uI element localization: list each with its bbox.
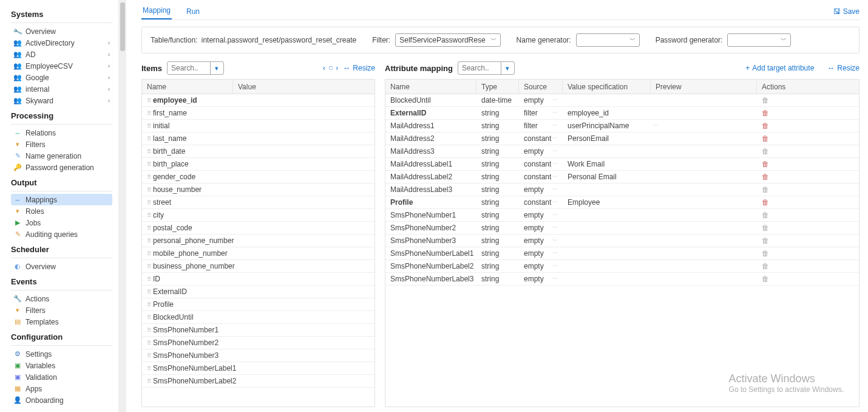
table-row[interactable]: ⠿ BlockedUntil xyxy=(142,311,375,324)
sidebar-item-activedirectory[interactable]: 👥 ActiveDirectory › xyxy=(11,37,112,49)
delete-icon[interactable]: 🗑 xyxy=(762,198,769,207)
attr-source[interactable]: empty﹀ xyxy=(519,94,563,106)
delete-icon[interactable]: 🗑 xyxy=(762,211,769,219)
tab-mapping[interactable]: Mapping xyxy=(141,2,172,19)
attr-source[interactable]: empty﹀ xyxy=(519,273,563,285)
delete-icon[interactable]: 🗑 xyxy=(762,147,769,156)
table-row[interactable]: ⠿ initial xyxy=(142,120,375,132)
attr-source[interactable]: constant﹀ xyxy=(519,132,563,145)
attr-source[interactable]: empty﹀ xyxy=(519,222,563,234)
sidebar-item-overview[interactable]: 🔧 Overview xyxy=(11,26,112,37)
table-row[interactable]: SmsPhoneNumber2 string empty﹀ 🗑 xyxy=(385,222,859,235)
delete-icon[interactable]: 🗑 xyxy=(762,134,769,143)
sidebar-item-relations[interactable]: ↔ Relations xyxy=(11,127,112,139)
table-row[interactable]: ⠿ birth_date xyxy=(142,145,375,158)
attr-th-source[interactable]: Source xyxy=(519,80,563,94)
sidebar-item-filters[interactable]: ▾ Filters xyxy=(11,139,112,150)
items-resize-button[interactable]: ↔ Resize xyxy=(343,64,375,72)
sidebar-item-password generation[interactable]: 🔑 Password generation xyxy=(11,162,112,173)
delete-icon[interactable]: 🗑 xyxy=(762,224,769,232)
delete-icon[interactable]: 🗑 xyxy=(762,122,769,130)
sidebar-item-name generation[interactable]: ✎ Name generation xyxy=(11,150,112,162)
table-row[interactable]: SmsPhoneNumberLabel1 string empty﹀ 🗑 xyxy=(385,247,859,260)
items-th-name[interactable]: Name xyxy=(142,80,233,94)
attr-source[interactable]: filter﹀ xyxy=(519,120,563,132)
sidebar-item-employeecsv[interactable]: 👥 EmployeeCSV › xyxy=(11,60,112,72)
tab-run[interactable]: Run xyxy=(185,4,201,19)
table-row[interactable]: ⠿ first_name xyxy=(142,107,375,120)
sidebar-item-onboarding[interactable]: 👤 Onboarding xyxy=(11,394,112,406)
table-row[interactable]: ⠿ SmsPhoneNumber3 xyxy=(142,349,375,362)
table-row[interactable]: Profile string constant﹀ Employee 🗑 xyxy=(385,196,859,209)
table-row[interactable]: ⠿ ID xyxy=(142,273,375,286)
table-row[interactable]: ⠿ mobile_phone_number xyxy=(142,247,375,260)
delete-icon[interactable]: 🗑 xyxy=(762,160,769,168)
attr-source[interactable]: empty﹀ xyxy=(519,145,563,157)
delete-icon[interactable]: 🗑 xyxy=(762,185,769,194)
delete-icon[interactable]: 🗑 xyxy=(762,96,769,105)
attr-source[interactable]: empty﹀ xyxy=(519,235,563,247)
sidebar-item-validation[interactable]: ▣ Validation xyxy=(11,371,112,383)
sidebar-scrollbar[interactable] xyxy=(118,0,129,412)
table-row[interactable]: ⠿ employee_id xyxy=(142,94,375,107)
filter-select[interactable]: SelfServicePasswordRese﹀ xyxy=(395,33,500,47)
table-row[interactable]: MailAddress1 string filter﹀ userPrincipa… xyxy=(385,120,859,132)
attr-source[interactable]: empty﹀ xyxy=(519,209,563,221)
sidebar-item-overview[interactable]: ◐ Overview xyxy=(11,261,112,272)
delete-icon[interactable]: 🗑 xyxy=(762,262,769,270)
table-row[interactable]: ⠿ house_number xyxy=(142,184,375,196)
items-filter-icon[interactable]: ▾ xyxy=(210,61,223,75)
attr-th-name[interactable]: Name xyxy=(385,80,476,94)
table-row[interactable]: ⠿ street xyxy=(142,196,375,209)
table-row[interactable]: ⠿ SmsPhoneNumberLabel2 xyxy=(142,375,375,388)
table-row[interactable]: ⠿ SmsPhoneNumber1 xyxy=(142,324,375,337)
attr-th-valspec[interactable]: Value specification xyxy=(563,80,651,94)
table-row[interactable]: ⠿ gender_code xyxy=(142,171,375,184)
sidebar-item-variables[interactable]: ▣ Variables xyxy=(11,360,112,371)
table-row[interactable]: ⠿ SmsPhoneNumber2 xyxy=(142,337,375,349)
table-row[interactable]: ⠿ SmsPhoneNumberLabel1 xyxy=(142,362,375,375)
sidebar-item-jobs[interactable]: ▶ Jobs xyxy=(11,217,112,228)
password-generator-select[interactable]: ﹀ xyxy=(727,33,791,47)
sidebar-item-internal[interactable]: 👥 internal › xyxy=(11,83,112,95)
items-search-input[interactable] xyxy=(168,62,210,74)
table-row[interactable]: MailAddress2 string constant﹀ PersonEmai… xyxy=(385,132,859,145)
table-row[interactable]: BlockedUntil date-time empty﹀ 🗑 xyxy=(385,94,859,107)
name-generator-select[interactable]: ﹀ xyxy=(576,33,640,47)
attr-source[interactable]: constant﹀ xyxy=(519,158,563,170)
table-row[interactable]: ⠿ last_name xyxy=(142,132,375,145)
table-row[interactable]: SmsPhoneNumber3 string empty﹀ 🗑 xyxy=(385,235,859,247)
table-row[interactable]: ExternalID string filter﹀ employee_id 🗑 xyxy=(385,107,859,120)
items-stop-icon[interactable]: □ xyxy=(329,65,332,71)
items-next-icon[interactable]: › xyxy=(336,64,338,72)
attr-source[interactable]: empty﹀ xyxy=(519,184,563,196)
attr-source[interactable]: empty﹀ xyxy=(519,247,563,259)
save-button[interactable]: 🖫 Save xyxy=(833,7,860,19)
sidebar-item-ad[interactable]: 👥 AD › xyxy=(11,49,112,60)
items-prev-icon[interactable]: ‹ xyxy=(323,64,325,72)
table-row[interactable]: MailAddress3 string empty﹀ 🗑 xyxy=(385,145,859,158)
sidebar-item-roles[interactable]: ▾ Roles xyxy=(11,205,112,217)
table-row[interactable]: SmsPhoneNumberLabel3 string empty﹀ 🗑 xyxy=(385,273,859,286)
attr-th-type[interactable]: Type xyxy=(476,80,519,94)
table-row[interactable]: MailAddressLabel2 string constant﹀ Perso… xyxy=(385,171,859,184)
attr-resize-button[interactable]: ↔ Resize xyxy=(827,64,860,72)
table-row[interactable]: MailAddressLabel3 string empty﹀ 🗑 xyxy=(385,184,859,196)
table-row[interactable]: ⠿ ExternalID xyxy=(142,286,375,298)
sidebar-item-settings[interactable]: ⚙ Settings xyxy=(11,348,112,360)
attr-source[interactable]: constant﹀ xyxy=(519,196,563,208)
sidebar-item-auditing queries[interactable]: ✎ Auditing queries xyxy=(11,228,112,240)
delete-icon[interactable]: 🗑 xyxy=(762,236,769,245)
delete-icon[interactable]: 🗑 xyxy=(762,275,769,283)
sidebar-item-mappings[interactable]: ↔ Mappings xyxy=(11,194,112,205)
table-row[interactable]: SmsPhoneNumberLabel2 string empty﹀ 🗑 xyxy=(385,260,859,273)
delete-icon[interactable]: 🗑 xyxy=(762,109,769,117)
table-row[interactable]: ⠿ postal_code xyxy=(142,222,375,235)
sidebar-item-google[interactable]: 👥 Google › xyxy=(11,72,112,83)
sidebar-item-skyward[interactable]: 👥 Skyward › xyxy=(11,95,112,106)
attr-filter-icon[interactable]: ▾ xyxy=(501,61,514,75)
attr-search-input[interactable] xyxy=(458,62,501,74)
table-row[interactable]: ⠿ city xyxy=(142,209,375,222)
table-row[interactable]: SmsPhoneNumber1 string empty﹀ 🗑 xyxy=(385,209,859,222)
add-target-attribute-button[interactable]: + Add target attribute xyxy=(745,64,814,72)
